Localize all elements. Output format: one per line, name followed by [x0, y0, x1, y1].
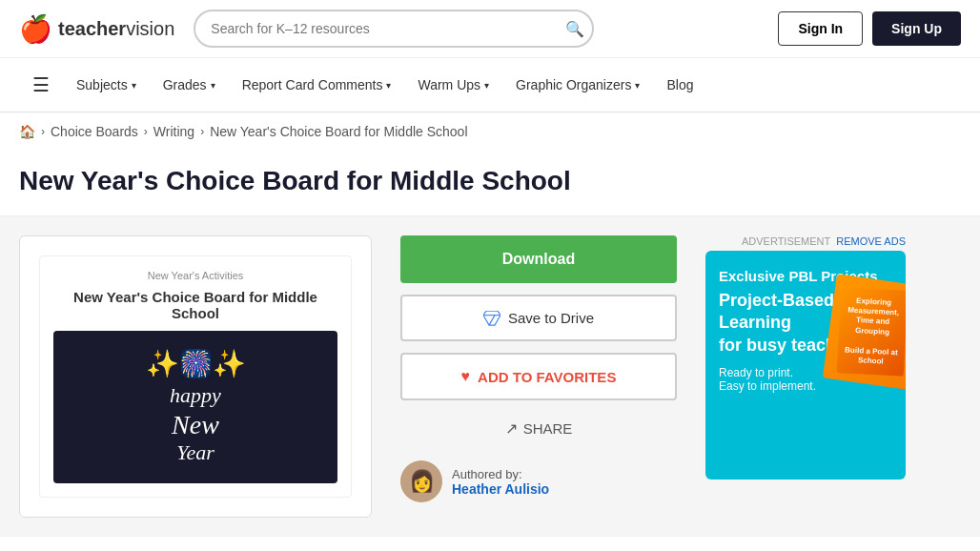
logo-text: teachervision	[58, 18, 174, 40]
resource-preview-label: New Year's Activities	[53, 270, 337, 281]
ad-book-preview-image: Exploring Measurement, Time and Grouping…	[823, 274, 906, 389]
resource-card: New Year's Activities New Year's Choice …	[19, 235, 372, 518]
chevron-down-icon: ▾	[132, 80, 136, 91]
breadcrumb-writing[interactable]: Writing	[153, 124, 194, 139]
main-content: New Year's Activities New Year's Choice …	[0, 216, 980, 537]
logo-icon: 🍎	[19, 13, 52, 45]
breadcrumb: 🏠 › Choice Boards › Writing › New Year's…	[0, 112, 980, 151]
signin-button[interactable]: Sign In	[778, 11, 863, 46]
drive-icon	[483, 311, 500, 326]
share-icon: ↗	[505, 419, 518, 438]
page-title-area: New Year's Choice Board for Middle Schoo…	[0, 151, 980, 216]
hamburger-icon: ☰	[32, 74, 50, 95]
save-to-drive-button[interactable]: Save to Drive	[400, 295, 677, 341]
author-label: Authored by:	[452, 467, 549, 481]
ad-panel: ADVERTISEMENT REMOVE ADS Exclusive PBL P…	[705, 235, 906, 518]
author-name-link[interactable]: Heather Aulisio	[452, 481, 549, 497]
share-button[interactable]: ↗ SHARE	[400, 412, 677, 445]
home-icon: 🏠	[19, 124, 35, 139]
add-to-favorites-button[interactable]: ♥ ADD TO FAVORITES	[400, 353, 677, 400]
nav-item-graphic-organizers[interactable]: Graphic Organizers ▾	[502, 62, 653, 108]
download-button[interactable]: Download	[400, 235, 677, 283]
breadcrumb-current-page: New Year's Choice Board for Middle Schoo…	[210, 124, 467, 139]
nav-item-report-card-comments[interactable]: Report Card Comments ▾	[229, 62, 405, 108]
nav-item-warm-ups[interactable]: Warm Ups ▾	[404, 62, 502, 108]
main-nav: ☰ Subjects ▾ Grades ▾ Report Card Commen…	[0, 58, 980, 112]
breadcrumb-choice-boards[interactable]: Choice Boards	[51, 124, 138, 139]
signup-button[interactable]: Sign Up	[872, 11, 961, 46]
resource-preview-image: ✨🎆✨ happyNewYear	[53, 331, 337, 483]
resource-preview-title: New Year's Choice Board for Middle Schoo…	[53, 289, 337, 321]
ad-card[interactable]: Exclusive PBL Projects Project-Based Lea…	[705, 251, 906, 480]
chevron-down-icon: ▾	[386, 80, 391, 91]
page-title: New Year's Choice Board for Middle Schoo…	[19, 166, 961, 196]
nav-item-grades[interactable]: Grades ▾	[150, 62, 229, 108]
heart-icon: ♥	[461, 368, 471, 385]
ad-label: ADVERTISEMENT REMOVE ADS	[705, 235, 906, 247]
author-avatar: 👩	[400, 460, 442, 502]
author-row: 👩 Authored by: Heather Aulisio	[400, 460, 677, 502]
nav-item-blog[interactable]: Blog	[653, 62, 706, 108]
header: 🍎 teachervision 🔍 Sign In Sign Up	[0, 0, 980, 58]
chevron-down-icon: ▾	[484, 80, 489, 91]
resource-preview: New Year's Activities New Year's Choice …	[39, 255, 352, 498]
header-actions: Sign In Sign Up	[778, 11, 961, 46]
logo[interactable]: 🍎 teachervision	[19, 13, 174, 45]
search-input[interactable]	[194, 10, 594, 48]
search-bar: 🔍	[194, 10, 594, 48]
hamburger-menu-button[interactable]: ☰	[19, 58, 63, 112]
breadcrumb-separator: ›	[200, 125, 204, 138]
breadcrumb-home[interactable]: 🏠	[19, 124, 35, 139]
breadcrumb-separator: ›	[144, 125, 148, 138]
chevron-down-icon: ▾	[635, 80, 640, 91]
breadcrumb-separator: ›	[41, 125, 45, 138]
search-icon: 🔍	[565, 21, 584, 37]
nav-item-subjects[interactable]: Subjects ▾	[63, 62, 150, 108]
actions-panel: Download Save to Drive ♥ ADD TO FAVORITE…	[400, 235, 677, 518]
search-button[interactable]: 🔍	[565, 20, 584, 38]
remove-ads-button[interactable]: REMOVE ADS	[836, 235, 906, 247]
chevron-down-icon: ▾	[211, 80, 215, 91]
